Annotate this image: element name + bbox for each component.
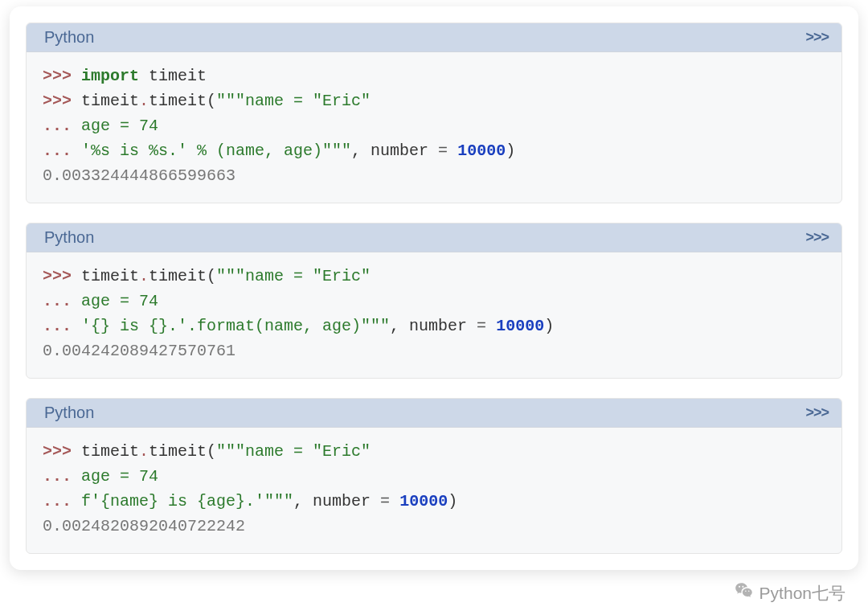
code-token xyxy=(390,492,399,510)
code-token: 10000 xyxy=(496,317,544,335)
code-block: Python >>> >>> timeit.timeit("""name = "… xyxy=(26,223,842,379)
code-token: >>> xyxy=(43,267,81,285)
code-token xyxy=(139,67,149,85)
collapse-toggle-icon[interactable]: >>> xyxy=(805,229,829,246)
code-token: '{} is {}.'.format(name, age)""" xyxy=(81,317,390,335)
code-body: >>> import timeit >>> timeit.timeit("""n… xyxy=(27,52,841,203)
code-token: number xyxy=(409,317,477,335)
code-token: ) xyxy=(544,317,554,335)
code-block: Python >>> >>> import timeit >>> timeit.… xyxy=(26,23,842,203)
code-token: 10000 xyxy=(399,492,448,510)
code-token: ... xyxy=(43,141,81,160)
code-token: f'{name} is {age}.'""" xyxy=(81,492,293,510)
code-token: timeit xyxy=(81,92,139,110)
code-token: 0.003324444866599663 xyxy=(43,166,235,185)
watermark-text: Python七号 xyxy=(760,582,845,605)
code-header: Python >>> xyxy=(27,399,841,428)
code-token: timeit xyxy=(149,67,207,85)
code-token: = xyxy=(380,492,390,510)
code-header: Python >>> xyxy=(27,23,841,52)
watermark: Python七号 xyxy=(734,580,845,605)
code-token: number xyxy=(313,492,380,510)
code-token: . xyxy=(139,92,149,110)
code-token: >>> xyxy=(43,67,81,85)
code-token: age = 74 xyxy=(81,292,158,310)
code-token: """name = "Eric" xyxy=(216,92,371,110)
code-token: , xyxy=(293,492,313,510)
code-token xyxy=(486,317,496,335)
wechat-icon xyxy=(734,580,755,605)
card-container: Python >>> >>> import timeit >>> timeit.… xyxy=(10,6,858,570)
code-token: timeit xyxy=(81,267,139,285)
code-token: age = 74 xyxy=(81,467,158,486)
code-token: ( xyxy=(207,92,216,110)
code-token: """name = "Eric" xyxy=(216,442,371,461)
collapse-toggle-icon[interactable]: >>> xyxy=(805,29,829,46)
code-token: ... xyxy=(43,317,81,335)
code-token: ( xyxy=(207,267,216,285)
code-token: = xyxy=(477,317,486,335)
code-token: age = 74 xyxy=(81,117,158,135)
collapse-toggle-icon[interactable]: >>> xyxy=(805,404,829,421)
code-lang-label: Python xyxy=(44,28,94,47)
code-token: ... xyxy=(43,292,81,310)
code-token: , xyxy=(351,141,371,160)
code-token: >>> xyxy=(43,442,81,461)
code-token: ... xyxy=(43,467,81,486)
code-token: '%s is %s.' % (name, age)""" xyxy=(81,141,351,160)
code-token: ... xyxy=(43,117,81,135)
code-token: >>> xyxy=(43,92,81,110)
code-header: Python >>> xyxy=(27,223,841,252)
code-token: ) xyxy=(448,492,457,510)
code-token: timeit xyxy=(81,442,139,461)
code-lang-label: Python xyxy=(44,228,94,247)
code-token: 0.0024820892040722242 xyxy=(43,517,245,535)
code-token: . xyxy=(139,267,149,285)
code-body: >>> timeit.timeit("""name = "Eric" ... a… xyxy=(27,428,841,553)
code-token: ( xyxy=(207,442,216,461)
code-token xyxy=(448,141,457,160)
code-token: ... xyxy=(43,492,81,510)
code-token: """name = "Eric" xyxy=(216,267,371,285)
code-token: , xyxy=(390,317,409,335)
code-token: timeit xyxy=(149,267,207,285)
code-token: number xyxy=(371,141,438,160)
code-token: ) xyxy=(506,141,515,160)
code-block: Python >>> >>> timeit.timeit("""name = "… xyxy=(26,398,842,554)
code-token: 0.004242089427570761 xyxy=(43,342,235,360)
code-token: import xyxy=(81,67,139,85)
code-lang-label: Python xyxy=(44,404,94,422)
code-token: = xyxy=(438,141,448,160)
code-token: timeit xyxy=(149,92,207,110)
code-token: 10000 xyxy=(457,141,506,160)
code-token: timeit xyxy=(149,442,207,461)
code-token: . xyxy=(139,442,149,461)
code-body: >>> timeit.timeit("""name = "Eric" ... a… xyxy=(27,252,841,378)
